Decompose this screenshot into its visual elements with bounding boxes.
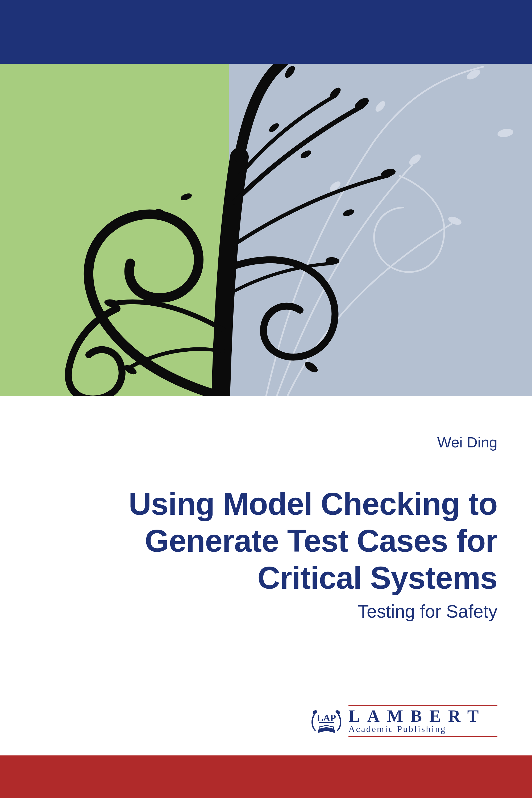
book-title: Using Model Checking to Generate Test Ca… [35,486,497,597]
publisher-rule-top [348,705,497,706]
svg-point-3 [374,99,387,113]
publisher-subtitle: Academic Publishing [348,724,497,734]
publisher-rule-bottom [348,736,497,737]
cover-text-block: Wei Ding Using Model Checking to Generat… [0,396,532,622]
svg-point-16 [180,192,193,202]
publisher-logo: LAP LAMBERT Academic Publishing [309,705,497,737]
svg-point-19 [342,208,355,217]
cover-artwork [0,64,532,396]
floral-vine-illustration [0,64,532,396]
svg-point-12 [299,149,312,159]
svg-point-1 [407,152,423,167]
publisher-name: LAMBERT [348,707,497,725]
publisher-name-block: LAMBERT Academic Publishing [348,705,497,737]
bottom-red-bar [0,756,532,798]
svg-point-5 [497,128,514,138]
title-line-2: Generate Test Cases for [35,522,497,559]
book-subtitle: Testing for Safety [35,601,497,622]
author-name: Wei Ding [35,434,497,451]
top-navy-bar [0,0,532,64]
svg-point-11 [268,121,280,134]
title-line-3: Critical Systems [35,559,497,596]
lap-emblem-icon: LAP [309,706,344,736]
title-line-1: Using Model Checking to [35,486,497,522]
